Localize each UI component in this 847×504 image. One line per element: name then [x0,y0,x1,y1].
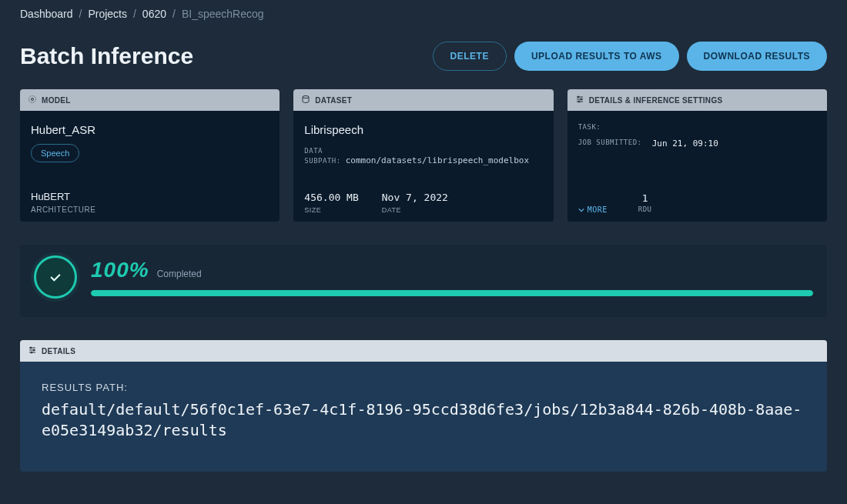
settings-icon [575,95,584,105]
breadcrumb-sep: / [172,8,176,20]
settings-submitted-label: JOB SUBMITTED: [578,139,648,149]
details-icon [28,345,37,356]
model-domain-chip[interactable]: Speech [31,144,79,162]
breadcrumb-sep: / [79,8,82,20]
dataset-size-label: SIZE [304,206,358,214]
svg-point-0 [32,98,34,101]
breadcrumb-item[interactable]: Dashboard [20,8,73,20]
dataset-subpath-label: DATA SUBPATH: [304,147,340,165]
progress-percent: 100% [91,258,149,282]
dataset-date-value: Nov 7, 2022 [382,192,448,203]
model-card-title: MODEL [42,96,71,105]
settings-more-label: MORE [588,205,608,214]
progress-check-icon [34,255,77,299]
dataset-card: DATASET Librispeech DATA SUBPATH:common/… [293,89,553,222]
progress-bar [91,290,813,296]
model-card-header: MODEL [20,89,280,111]
settings-submitted: JOB SUBMITTED: Jun 21, 09:10 [578,139,816,149]
breadcrumb-item-current: BI_speechRecog [182,8,264,20]
svg-point-12 [30,347,32,349]
settings-more-toggle[interactable]: MORE [578,205,608,214]
dataset-card-title: DATASET [315,96,352,105]
settings-task: TASK: [578,123,816,131]
settings-rdu-label: RDU [638,205,652,213]
settings-submitted-value: Jun 21, 09:10 [652,139,718,149]
dataset-subpath: DATA SUBPATH:common/datasets/librispeech… [304,145,542,165]
dataset-name: Librispeech [304,123,542,136]
dataset-size: 456.00 MB SIZE [304,192,358,214]
details-panel: DETAILS RESULTS PATH: default/default/56… [20,340,827,472]
settings-card: DETAILS & INFERENCE SETTINGS TASK: JOB S… [567,89,827,222]
dataset-icon [301,95,310,105]
settings-task-label: TASK: [578,123,648,131]
dataset-subpath-value: common/datasets/librispeech_modelbox [346,155,529,165]
dataset-date: Nov 7, 2022 DATE [382,192,448,214]
settings-rdu: 1 RDU [638,192,652,214]
svg-point-13 [33,349,35,351]
model-card: MODEL Hubert_ASR Speech HuBERT ARCHITECT… [20,89,280,222]
progress-card: 100% Completed [20,245,827,317]
svg-point-7 [581,98,582,100]
model-architecture-name: HuBERT [31,191,269,202]
dataset-card-header: DATASET [293,89,553,111]
download-results-button[interactable]: DOWNLOAD RESULTS [687,42,827,71]
results-path-label: RESULTS PATH: [42,382,805,393]
details-panel-title: DETAILS [42,347,75,355]
breadcrumb: Dashboard / Projects / 0620 / BI_speechR… [20,0,827,28]
breadcrumb-item[interactable]: Projects [88,8,127,20]
svg-point-8 [578,101,580,102]
breadcrumb-sep: / [133,8,136,20]
progress-bar-fill [91,290,813,296]
svg-point-2 [303,96,309,98]
breadcrumb-item[interactable]: 0620 [142,8,166,20]
page-title: Batch Inference [20,43,193,69]
delete-button[interactable]: DELETE [433,42,507,71]
settings-card-header: DETAILS & INFERENCE SETTINGS [567,89,827,111]
model-architecture-label: ARCHITECTURE [31,205,269,214]
settings-card-title: DETAILS & INFERENCE SETTINGS [589,96,723,105]
model-icon [28,95,37,105]
chevron-down-icon [578,207,584,213]
svg-point-14 [31,352,32,353]
dataset-date-label: DATE [382,206,448,214]
svg-point-6 [578,96,579,98]
dataset-size-value: 456.00 MB [304,192,358,203]
action-buttons: DELETE UPLOAD RESULTS TO AWS DOWNLOAD RE… [433,42,827,71]
model-name: Hubert_ASR [31,123,269,136]
settings-rdu-value: 1 [638,192,652,204]
svg-point-1 [29,96,36,103]
results-path-value: default/default/56f0c1ef-63e7-4c1f-8196-… [42,399,805,441]
details-panel-header: DETAILS [20,340,827,362]
upload-results-button[interactable]: UPLOAD RESULTS TO AWS [514,42,679,71]
progress-status: Completed [157,269,202,279]
